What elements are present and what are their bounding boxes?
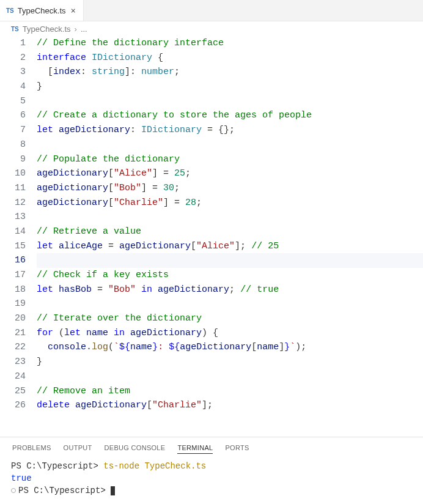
line-number: 6 (0, 108, 26, 123)
code-line: console.log(`${name}: ${ageDictionary[na… (37, 340, 423, 355)
code-line: // Retrieve a value (37, 224, 423, 239)
code-line: } (37, 80, 423, 94)
code-line: // Create a dictionary to store the ages… (37, 108, 423, 123)
line-number: 14 (0, 224, 26, 239)
tab-filename: TypeCheck.ts (18, 6, 66, 15)
line-number: 10 (0, 166, 26, 181)
panel-tabs: PROBLEMS OUTPUT DEBUG CONSOLE TERMINAL P… (0, 437, 423, 456)
cursor-icon (111, 486, 115, 495)
line-number: 2 (0, 51, 26, 65)
line-number: 7 (0, 123, 26, 138)
code-line: ageDictionary["Charlie"] = 28; (37, 196, 423, 210)
code-line: // Remove an item (37, 384, 423, 399)
line-number: 8 (0, 138, 26, 152)
line-number: 26 (0, 398, 26, 413)
line-number: 4 (0, 80, 26, 94)
line-number: 1 (0, 36, 26, 51)
line-number: 18 (0, 283, 26, 297)
line-number: 15 (0, 239, 26, 254)
code-line: // Iterate over the dictionary (37, 311, 423, 326)
code-line (37, 138, 423, 152)
line-number: 12 (0, 196, 26, 210)
line-number: 19 (0, 297, 26, 311)
code-line: for (let name in ageDictionary) { (37, 326, 423, 341)
code-line: ageDictionary["Alice"] = 25; (37, 166, 423, 181)
code-line (37, 297, 423, 311)
line-number: 5 (0, 94, 26, 109)
circle-icon (11, 488, 16, 493)
line-number: 9 (0, 152, 26, 167)
line-number: 23 (0, 355, 26, 369)
tab-terminal[interactable]: TERMINAL (177, 442, 213, 454)
code-editor[interactable]: 1234567891011121314151617181920212223242… (0, 36, 423, 437)
chevron-right-icon: › (75, 24, 77, 34)
code-line: delete ageDictionary["Charlie"]; (37, 398, 423, 413)
breadcrumb-more: ... (81, 24, 87, 34)
code-line (37, 94, 423, 109)
breadcrumb-filename: TypeCheck.ts (23, 24, 71, 34)
tab-output[interactable]: OUTPUT (64, 442, 92, 454)
close-icon[interactable]: × (70, 6, 77, 15)
code-line (37, 210, 423, 224)
code-line (37, 253, 423, 268)
code-line: } (37, 355, 423, 369)
typescript-file-icon: TS (11, 26, 19, 32)
line-number: 3 (0, 65, 26, 80)
code-line (37, 369, 423, 384)
line-number: 25 (0, 384, 26, 399)
breadcrumb[interactable]: TS TypeCheck.ts › ... (0, 21, 423, 36)
editor-tab[interactable]: TS TypeCheck.ts × (0, 0, 84, 21)
line-number: 21 (0, 326, 26, 341)
code-line: let aliceAge = ageDictionary["Alice"]; /… (37, 239, 423, 254)
tab-ports[interactable]: PORTS (225, 442, 249, 454)
line-number: 24 (0, 369, 26, 384)
terminal[interactable]: PS C:\Typescript> ts-node TypeCheck.ts t… (0, 456, 423, 504)
line-number-gutter: 1234567891011121314151617181920212223242… (0, 36, 37, 437)
line-number: 13 (0, 210, 26, 224)
tab-problems[interactable]: PROBLEMS (12, 442, 51, 454)
terminal-line: true (11, 472, 412, 484)
code-line: // Populate the dictionary (37, 152, 423, 167)
line-number: 16 (0, 253, 26, 268)
bottom-panel: PROBLEMS OUTPUT DEBUG CONSOLE TERMINAL P… (0, 437, 423, 504)
line-number: 17 (0, 268, 26, 283)
code-line: interface IDictionary { (37, 51, 423, 65)
typescript-file-icon: TS (6, 7, 14, 14)
tab-bar: TS TypeCheck.ts × (0, 0, 423, 21)
code-line: // Check if a key exists (37, 268, 423, 283)
line-number: 11 (0, 181, 26, 196)
tab-debug-console[interactable]: DEBUG CONSOLE (105, 442, 166, 454)
code-line: ageDictionary["Bob"] = 30; (37, 181, 423, 196)
line-number: 20 (0, 311, 26, 326)
code-line: let ageDictionary: IDictionary = {}; (37, 123, 423, 138)
code-line: let hasBob = "Bob" in ageDictionary; // … (37, 283, 423, 297)
code-line: // Define the dictionary interface (37, 36, 423, 51)
code-line: [index: string]: number; (37, 65, 423, 80)
line-number: 22 (0, 340, 26, 355)
terminal-line: PS C:\Typescript> ts-node TypeCheck.ts (11, 460, 412, 472)
terminal-line: PS C:\Typescript> (11, 484, 412, 497)
code-content[interactable]: // Define the dictionary interface inter… (37, 36, 423, 437)
